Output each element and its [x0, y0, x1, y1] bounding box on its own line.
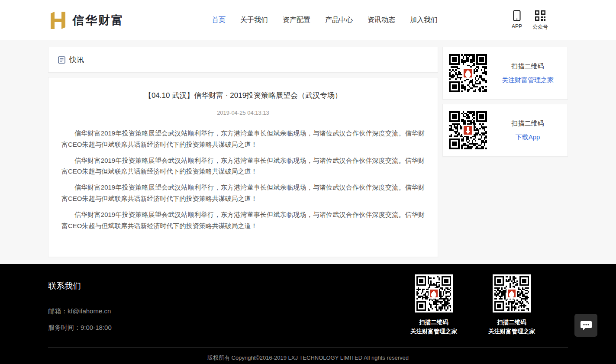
official-account-button[interactable]: 公众号	[532, 10, 548, 31]
article-paragraph: 信华财富2019年投资策略展望会武汉站顺利举行，东方港湾董事长但斌亲临现场，与诸…	[61, 155, 425, 177]
copyright-text: 版权所有 Copyright©2016-2019 LXJ TECHNOLOGY …	[0, 348, 616, 362]
download-qr-code	[449, 111, 487, 149]
article-body: 信华财富2019年投资策略展望会武汉站顺利举行，东方港湾董事长但斌亲临现场，与诸…	[61, 128, 425, 231]
follow-wealth-home-link[interactable]: 关注财富管理之家	[494, 76, 561, 84]
contact-section: 联系我们 邮箱：kf@ifahome.cn 服务时间：9:00-18:00	[48, 274, 112, 340]
article-card: 【04.10 武汉】信华财富 · 2019投资策略展望会（武汉专场） 2019-…	[48, 77, 438, 257]
footer-qr-code	[493, 274, 531, 312]
news-icon	[58, 56, 65, 64]
nav-item-join-us[interactable]: 加入我们	[409, 12, 439, 28]
footer-qr-code	[415, 274, 453, 312]
logo-mark-icon	[48, 12, 68, 29]
main-nav: 首页 关于我们 资产配置 产品中心 资讯动态 加入我们	[211, 12, 439, 28]
news-section-header: 快讯	[48, 47, 438, 73]
main-content: 快讯 【04.10 武汉】信华财富 · 2019投资策略展望会（武汉专场） 20…	[0, 40, 616, 264]
brand-name: 信华财富	[72, 13, 124, 28]
chat-bubble-icon	[580, 320, 592, 331]
article-date: 2019-04-25 04:13:13	[61, 110, 425, 116]
footer-qr-follow-label: 关注财富管理之家	[488, 327, 535, 336]
footer-qr-block: 扫描二维码 关注财富管理之家	[410, 274, 457, 340]
article-title: 【04.10 武汉】信华财富 · 2019投资策略展望会（武汉专场）	[61, 90, 425, 100]
article-paragraph: 信华财富2019年投资策略展望会武汉站顺利举行，东方港湾董事长但斌亲临现场，与诸…	[61, 128, 425, 150]
download-qr-card: 扫描二维码 下载App	[442, 104, 568, 157]
site-header: 信华财富 首页 关于我们 资产配置 产品中心 资讯动态 加入我们 APP	[0, 0, 616, 40]
article-paragraph: 信华财富2019年投资策略展望会武汉站顺利举行，东方港湾董事长但斌亲临现场，与诸…	[61, 209, 425, 232]
site-footer: 联系我们 邮箱：kf@ifahome.cn 服务时间：9:00-18:00 扫描…	[0, 264, 616, 364]
nav-item-news[interactable]: 资讯动态	[367, 12, 396, 28]
footer-qr-follow-label: 关注财富管理之家	[410, 327, 457, 336]
nav-item-products[interactable]: 产品中心	[324, 12, 354, 28]
footer-qr-block: 扫描二维码 关注财富管理之家	[488, 274, 535, 340]
chat-button[interactable]	[574, 314, 597, 337]
app-download-button[interactable]: APP	[512, 10, 522, 31]
follow-qr-card: 扫描二维码 关注财富管理之家	[442, 47, 568, 100]
follow-qr-code	[449, 54, 487, 92]
app-label: APP	[512, 23, 522, 29]
phone-icon	[513, 10, 521, 21]
service-hours: 服务时间：9:00-18:00	[48, 324, 112, 332]
article-paragraph: 信华财富2019年投资策略展望会武汉站顺利举行，东方港湾董事长但斌亲临现场，与诸…	[61, 182, 425, 204]
news-section-title: 快讯	[69, 55, 84, 65]
nav-item-about[interactable]: 关于我们	[239, 12, 269, 28]
contact-title: 联系我们	[48, 280, 112, 292]
nav-item-asset-allocation[interactable]: 资产配置	[282, 12, 311, 28]
official-account-label: 公众号	[532, 23, 548, 31]
download-app-link[interactable]: 下载App	[494, 133, 561, 142]
nav-item-home[interactable]: 首页	[211, 12, 226, 28]
scan-hint: 扫描二维码	[494, 119, 561, 128]
brand-logo[interactable]: 信华财富	[48, 12, 124, 29]
footer-qr-scan-hint: 扫描二维码	[410, 318, 457, 327]
contact-email: 邮箱：kf@ifahome.cn	[48, 307, 112, 316]
qr-code-icon	[535, 10, 546, 21]
footer-qr-scan-hint: 扫描二维码	[488, 318, 535, 327]
scan-hint: 扫描二维码	[494, 62, 561, 71]
